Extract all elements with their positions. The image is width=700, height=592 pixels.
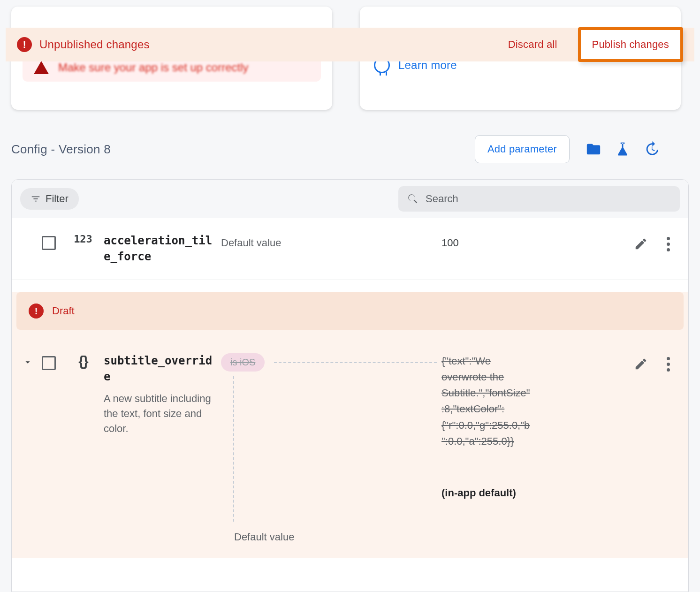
draft-label: Draft xyxy=(52,305,75,317)
value-column: {"text":"We overwrote the Subtitle.","fo… xyxy=(441,353,634,499)
condition-pill: is iOS xyxy=(221,353,265,372)
default-label: Default value xyxy=(234,531,441,543)
add-parameter-button[interactable]: Add parameter xyxy=(475,135,570,163)
filter-icon xyxy=(30,194,41,204)
param-draft-row[interactable]: {} subtitle_override A new subtitle incl… xyxy=(12,338,688,558)
param-row[interactable]: 123 acceleration_tile_force Default valu… xyxy=(12,218,688,280)
type-icon: 123 xyxy=(69,233,97,245)
config-header: Config - Version 8 Add parameter xyxy=(11,135,689,163)
param-name: subtitle_override A new subtitle includi… xyxy=(104,353,216,436)
type-icon: {} xyxy=(69,353,97,369)
experiments-icon[interactable] xyxy=(615,141,631,157)
condition-column: is iOS Default value xyxy=(216,353,441,543)
default-value: (in-app default) xyxy=(441,487,634,499)
more-icon[interactable] xyxy=(673,141,689,157)
draft-block: ! Draft {} subtitle_override A new subti… xyxy=(12,292,688,558)
search-box[interactable] xyxy=(398,186,680,212)
history-icon[interactable] xyxy=(644,141,660,157)
param-name: acceleration_tile_force xyxy=(104,233,216,265)
chevron-down-icon xyxy=(23,357,33,367)
unpublished-banner: ! Unpublished changes Discard all Publis… xyxy=(6,28,694,61)
error-icon: ! xyxy=(17,37,32,52)
search-icon xyxy=(407,193,419,205)
filter-chip[interactable]: Filter xyxy=(20,188,79,210)
row-more-icon[interactable] xyxy=(660,236,676,252)
publish-button[interactable]: Publish changes xyxy=(587,35,674,54)
warning-icon xyxy=(34,61,49,74)
publish-highlight: Publish changes xyxy=(578,27,683,62)
setup-warning-text: Make sure your app is set up correctly xyxy=(58,61,249,74)
edit-icon[interactable] xyxy=(634,237,648,251)
collapse-toggle[interactable] xyxy=(20,357,35,367)
condition-label: Default value xyxy=(221,237,441,249)
filter-label: Filter xyxy=(46,193,68,205)
param-value: 100 xyxy=(441,237,634,249)
edit-icon[interactable] xyxy=(634,357,648,371)
folder-icon[interactable] xyxy=(586,141,601,157)
draft-banner: ! Draft xyxy=(16,292,684,330)
row-more-icon[interactable] xyxy=(660,356,676,372)
config-title: Config - Version 8 xyxy=(11,142,111,157)
param-description: A new subtitle including the text, font … xyxy=(104,391,216,436)
discard-button[interactable]: Discard all xyxy=(500,34,566,55)
filter-bar: Filter xyxy=(12,180,688,218)
row-checkbox[interactable] xyxy=(42,356,56,370)
strike-value: {"text":"We overwrote the Subtitle.","fo… xyxy=(441,353,531,449)
banner-title: Unpublished changes xyxy=(39,38,150,51)
draft-error-icon: ! xyxy=(29,304,44,319)
params-grid: Filter 123 acceleration_tile_force Defau… xyxy=(11,179,689,592)
search-input[interactable] xyxy=(426,193,671,205)
row-checkbox[interactable] xyxy=(42,236,56,250)
